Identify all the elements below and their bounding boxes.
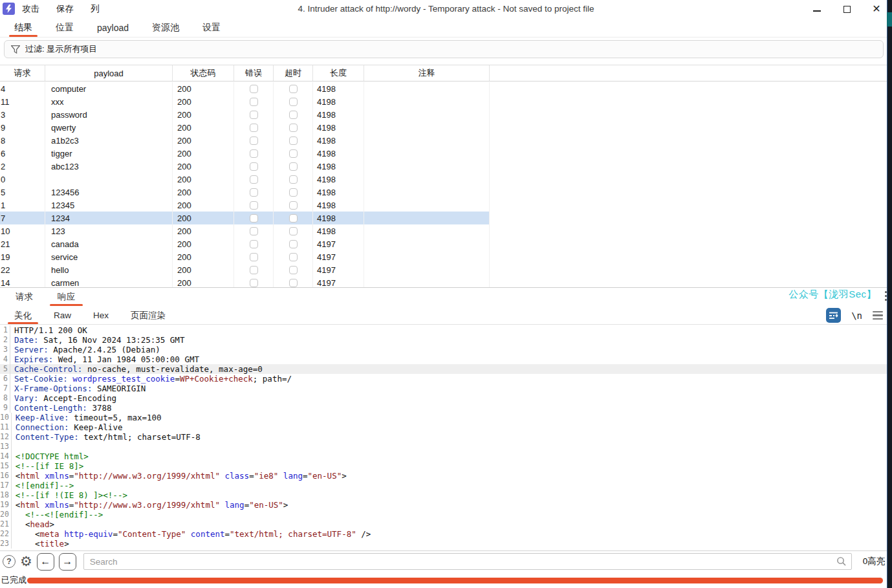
cell-payload: hello <box>45 263 173 276</box>
error-checkbox[interactable] <box>250 240 258 248</box>
timeout-checkbox[interactable] <box>289 124 298 132</box>
tab-request[interactable]: 请求 <box>5 288 43 306</box>
error-checkbox[interactable] <box>250 124 258 132</box>
filter-bar[interactable]: 过滤: 显示所有项目 <box>4 40 884 58</box>
cell-timeout <box>274 199 313 212</box>
error-checkbox[interactable] <box>250 214 258 223</box>
table-row[interactable]: 6tigger2004198 <box>0 147 892 160</box>
tab-raw[interactable]: Raw <box>45 307 80 324</box>
error-checkbox[interactable] <box>250 201 258 210</box>
error-checkbox[interactable] <box>250 111 258 119</box>
timeout-checkbox[interactable] <box>289 111 298 119</box>
table-row[interactable]: 21canada2004197 <box>0 237 892 250</box>
cell-payload: computer <box>45 82 173 95</box>
table-row[interactable]: 1123452004198 <box>0 199 892 212</box>
cell-request: 8 <box>0 134 45 147</box>
table-row[interactable]: 9qwerty2004198 <box>0 121 892 134</box>
col-comment[interactable]: 注释 <box>364 65 490 81</box>
timeout-checkbox[interactable] <box>289 201 298 210</box>
cell-payload <box>45 173 173 186</box>
timeout-checkbox[interactable] <box>289 98 298 106</box>
tab-hex[interactable]: Hex <box>84 307 118 324</box>
timeout-checkbox[interactable] <box>289 149 298 158</box>
error-checkbox[interactable] <box>250 85 258 93</box>
line-number: 13 <box>0 442 12 452</box>
table-row[interactable]: 51234562004198 <box>0 186 892 199</box>
line-text <box>12 442 16 452</box>
error-checkbox[interactable] <box>250 188 258 197</box>
table-row[interactable]: 22hello2004197 <box>0 263 892 276</box>
cell-request: 7 <box>0 212 45 224</box>
tab-render[interactable]: 页面渲染 <box>122 307 175 324</box>
newline-toggle-icon[interactable]: \n <box>851 310 862 321</box>
timeout-checkbox[interactable] <box>289 162 298 171</box>
maximize-button[interactable] <box>842 4 852 14</box>
table-row[interactable]: 101232004198 <box>0 224 892 237</box>
tab-response[interactable]: 响应 <box>47 288 85 306</box>
timeout-checkbox[interactable] <box>289 253 298 261</box>
error-checkbox[interactable] <box>250 136 258 145</box>
col-payload[interactable]: payload <box>45 65 173 81</box>
error-checkbox[interactable] <box>250 279 258 287</box>
response-editor[interactable]: 1HTTP/1.1 200 OK2Date: Sat, 16 Nov 2024 … <box>0 325 887 550</box>
timeout-checkbox[interactable] <box>289 136 298 145</box>
timeout-checkbox[interactable] <box>289 85 298 93</box>
error-checkbox[interactable] <box>250 227 258 235</box>
error-checkbox[interactable] <box>250 98 258 106</box>
search-input[interactable] <box>83 553 852 570</box>
tab-results[interactable]: 结果 <box>5 18 41 37</box>
timeout-checkbox[interactable] <box>289 240 298 248</box>
cell-payload: a1b2c3 <box>45 134 173 147</box>
cell-filler <box>490 160 892 173</box>
col-request[interactable]: 请求 <box>0 65 45 81</box>
prev-match-button[interactable]: ← <box>37 553 54 571</box>
line-number: 2 <box>0 335 10 345</box>
tab-positions[interactable]: 位置 <box>47 18 83 37</box>
word-wrap-icon[interactable] <box>826 308 841 323</box>
timeout-checkbox[interactable] <box>289 266 298 274</box>
gear-icon[interactable]: ⚙ <box>20 555 32 568</box>
col-status[interactable]: 状态码 <box>173 65 234 81</box>
minimize-button[interactable] <box>812 4 822 14</box>
next-match-button[interactable]: → <box>59 553 76 571</box>
table-row[interactable]: 4computer2004198 <box>0 82 892 95</box>
table-row[interactable]: 712342004198 <box>0 212 892 224</box>
close-button[interactable]: ✕ <box>871 4 882 14</box>
line-number: 17 <box>0 481 12 490</box>
error-checkbox[interactable] <box>250 253 258 261</box>
table-row[interactable]: 11xxx2004198 <box>0 95 892 108</box>
tab-settings[interactable]: 设置 <box>193 18 230 37</box>
hamburger-menu-icon[interactable] <box>873 311 883 320</box>
tab-pretty[interactable]: 美化 <box>5 307 41 324</box>
table-row[interactable]: 8a1b2c32004198 <box>0 134 892 147</box>
error-checkbox[interactable] <box>250 162 258 171</box>
col-timeout[interactable]: 超时 <box>274 65 313 81</box>
tab-resource-pool[interactable]: 资源池 <box>143 18 188 37</box>
code-line: 20 <!--<![endif]--> <box>0 510 887 519</box>
timeout-checkbox[interactable] <box>289 188 298 197</box>
cell-payload: service <box>45 250 173 263</box>
cell-status: 200 <box>173 212 234 224</box>
error-checkbox[interactable] <box>250 175 258 184</box>
cell-filler <box>490 212 892 224</box>
timeout-checkbox[interactable] <box>289 279 298 287</box>
col-error[interactable]: 错误 <box>234 65 274 81</box>
tab-payloads[interactable]: payload <box>88 18 138 37</box>
error-checkbox[interactable] <box>250 149 258 158</box>
cell-error <box>234 160 274 173</box>
timeout-checkbox[interactable] <box>289 214 298 223</box>
cell-comment <box>364 212 490 224</box>
line-number: 1 <box>0 325 10 335</box>
error-checkbox[interactable] <box>250 266 258 274</box>
timeout-checkbox[interactable] <box>289 175 298 184</box>
cell-request: 5 <box>0 186 45 199</box>
help-icon[interactable]: ? <box>3 555 16 568</box>
table-row[interactable]: 2abc1232004198 <box>0 160 892 173</box>
table-row[interactable]: 19service2004197 <box>0 250 892 263</box>
line-text: Keep-Alive: timeout=5, max=100 <box>12 413 162 422</box>
col-length[interactable]: 长度 <box>313 65 364 81</box>
line-number: 5 <box>0 364 10 374</box>
timeout-checkbox[interactable] <box>289 227 298 235</box>
table-row[interactable]: 02004198 <box>0 173 892 186</box>
table-row[interactable]: 3password2004198 <box>0 108 892 121</box>
